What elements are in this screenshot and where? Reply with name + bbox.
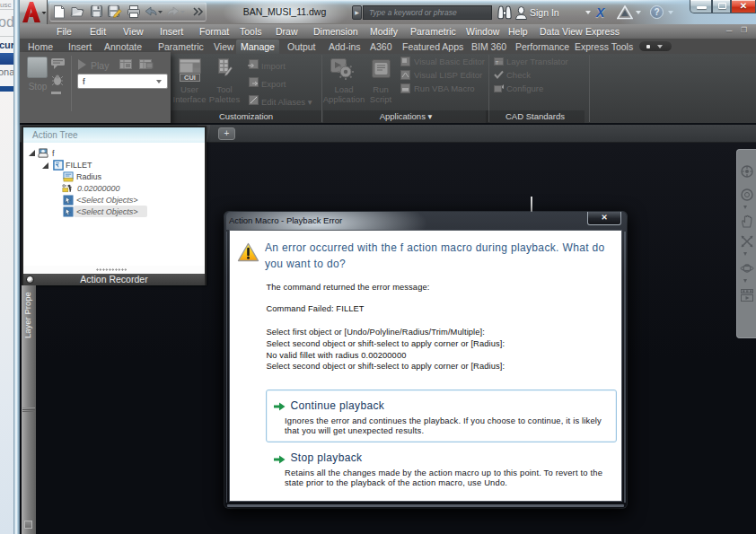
svg-text:T: T — [496, 60, 498, 66]
